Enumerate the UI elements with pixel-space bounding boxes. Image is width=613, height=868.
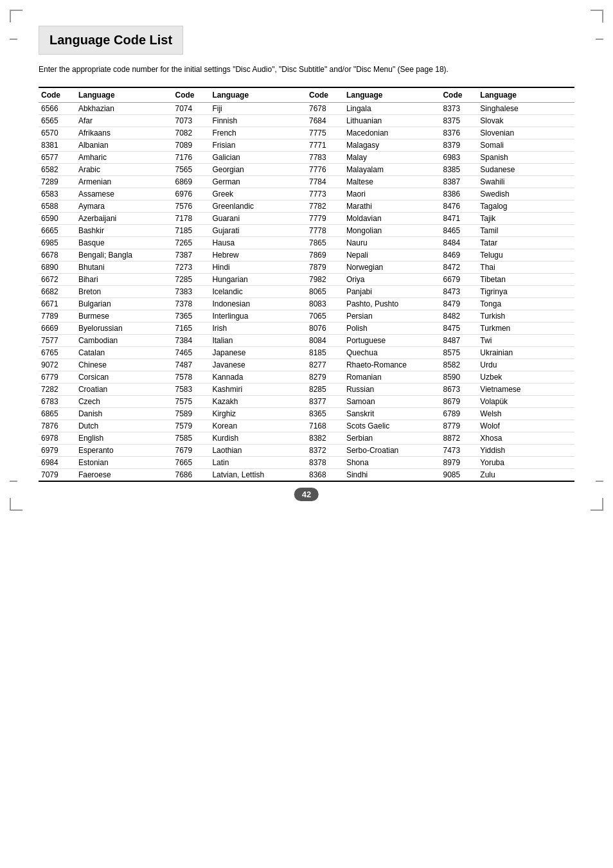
language-cell: Urdu (477, 359, 574, 371)
code-cell: 7876 (39, 420, 76, 432)
language-cell: Singhalese (477, 103, 574, 115)
col-header-code-4: Code (440, 87, 477, 103)
code-cell: 7869 (306, 249, 344, 261)
code-cell: 8083 (306, 298, 344, 310)
table-row: 9072Chinese7487Javanese8277Rhaeto-Romanc… (39, 359, 574, 371)
code-cell: 8484 (440, 237, 477, 249)
language-cell: Catalan (76, 347, 173, 359)
code-cell: 7679 (172, 445, 209, 457)
language-cell: Basque (76, 237, 173, 249)
code-cell: 6976 (172, 188, 209, 200)
code-cell: 6671 (39, 298, 76, 310)
code-cell: 8385 (440, 164, 477, 176)
language-cell: Portuguese (344, 335, 441, 347)
code-cell: 7782 (306, 200, 344, 213)
language-cell: Malay (344, 152, 441, 164)
language-cell: Estonian (76, 457, 173, 469)
code-cell: 7686 (172, 469, 209, 482)
language-cell: Slovenian (477, 127, 574, 139)
language-cell: Vietnamese (477, 384, 574, 396)
language-cell: Slovak (477, 115, 574, 127)
language-cell: Breton (76, 286, 173, 298)
code-cell: 8469 (440, 249, 477, 261)
language-cell: Mongolian (344, 225, 441, 237)
language-cell: Lingala (344, 103, 441, 115)
language-cell: Georgian (209, 164, 306, 176)
table-row: 7876Dutch7579Korean7168Scots Gaelic8779W… (39, 420, 574, 432)
language-cell: Turkmen (477, 323, 574, 335)
code-cell: 7074 (172, 103, 209, 115)
code-cell: 8378 (306, 457, 344, 469)
code-cell: 8365 (306, 408, 344, 420)
language-cell: Kazakh (209, 396, 306, 408)
language-cell: Serbian (344, 432, 441, 445)
code-cell: 8872 (440, 432, 477, 445)
code-cell: 7579 (172, 420, 209, 432)
language-cell: Albanian (76, 139, 173, 152)
table-row: 6984Estonian7665Latin8378Shona8979Yoruba (39, 457, 574, 469)
table-row: 6979Esperanto7679Laothian8372Serbo-Croat… (39, 445, 574, 457)
code-cell: 8065 (306, 286, 344, 298)
language-cell: Armenian (76, 176, 173, 188)
language-cell: Kirghiz (209, 408, 306, 420)
language-cell: Aymara (76, 200, 173, 213)
code-cell: 7079 (39, 469, 76, 482)
code-cell: 7982 (306, 274, 344, 286)
code-cell: 8372 (306, 445, 344, 457)
code-cell: 7576 (172, 200, 209, 213)
language-cell: Spanish (477, 152, 574, 164)
code-cell: 8582 (440, 359, 477, 371)
language-cell: Frisian (209, 139, 306, 152)
code-cell: 8373 (440, 103, 477, 115)
table-row: 6671Bulgarian7378Indonesian8083Pashto, P… (39, 298, 574, 310)
table-row: 6783Czech7575Kazakh8377Samoan8679Volapük (39, 396, 574, 408)
code-cell: 8382 (306, 432, 344, 445)
table-row: 6978English7585Kurdish8382Serbian8872Xho… (39, 432, 574, 445)
code-cell: 8387 (440, 176, 477, 188)
code-cell: 6672 (39, 274, 76, 286)
code-cell: 7684 (306, 115, 344, 127)
code-cell: 8375 (440, 115, 477, 127)
language-cell: Sanskrit (344, 408, 441, 420)
code-cell: 6783 (39, 396, 76, 408)
code-cell: 8379 (440, 139, 477, 152)
code-cell: 7473 (440, 445, 477, 457)
language-cell: Welsh (477, 408, 574, 420)
code-cell: 6570 (39, 127, 76, 139)
page-title: Language Code List (49, 33, 172, 48)
code-cell: 6590 (39, 213, 76, 225)
code-cell: 8377 (306, 396, 344, 408)
code-cell: 7577 (39, 335, 76, 347)
language-cell: Gujarati (209, 225, 306, 237)
code-cell: 6679 (440, 274, 477, 286)
code-cell: 7285 (172, 274, 209, 286)
language-cell: Dutch (76, 420, 173, 432)
language-table: Code Language Code Language Code Languag… (39, 87, 574, 482)
language-cell: Korean (209, 420, 306, 432)
language-cell: Bihari (76, 274, 173, 286)
language-cell: Bashkir (76, 225, 173, 237)
language-cell: Zulu (477, 469, 574, 482)
language-cell: Croatian (76, 384, 173, 396)
code-cell: 8185 (306, 347, 344, 359)
code-cell: 6779 (39, 371, 76, 384)
code-cell: 8673 (440, 384, 477, 396)
language-cell: Javanese (209, 359, 306, 371)
code-cell: 6678 (39, 249, 76, 261)
table-row: 6588Aymara7576Greenlandic7782Marathi8476… (39, 200, 574, 213)
language-cell: Danish (76, 408, 173, 420)
code-cell: 7578 (172, 371, 209, 384)
language-cell: Interlingua (209, 310, 306, 323)
code-cell: 8487 (440, 335, 477, 347)
language-cell: Assamese (76, 188, 173, 200)
code-cell: 7575 (172, 396, 209, 408)
code-cell: 8279 (306, 371, 344, 384)
language-cell: Italian (209, 335, 306, 347)
code-cell: 7176 (172, 152, 209, 164)
language-cell: Tibetan (477, 274, 574, 286)
code-cell: 8575 (440, 347, 477, 359)
language-cell: Oriya (344, 274, 441, 286)
code-cell: 6588 (39, 200, 76, 213)
code-cell: 7789 (39, 310, 76, 323)
language-cell: Byelorussian (76, 323, 173, 335)
